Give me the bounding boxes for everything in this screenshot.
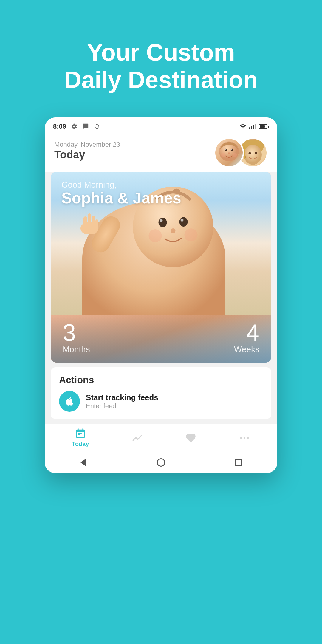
recents-button[interactable] — [233, 456, 244, 468]
svg-point-27 — [244, 437, 245, 439]
actions-card: Actions Start tracking feeds Enter feed — [51, 367, 271, 419]
phone-mockup: 8:09 — [45, 117, 277, 473]
action-icon-feeds — [59, 391, 80, 412]
stat-weeks: 4 Weeks — [234, 321, 259, 354]
svg-point-7 — [221, 153, 225, 157]
hero-title-line1: Your Custom — [87, 39, 235, 66]
greeting-name: Sophia & James — [61, 190, 181, 207]
wifi-icon — [240, 123, 246, 130]
svg-rect-23 — [83, 216, 87, 230]
hero-card: Good Morning, Sophia & James — [51, 172, 271, 363]
status-right-icons — [240, 123, 269, 130]
stat-months-label: Months — [63, 345, 90, 354]
svg-point-17 — [160, 219, 163, 222]
stats-row: 3 Months 4 Weeks — [51, 315, 271, 363]
svg-point-2 — [225, 149, 227, 151]
svg-point-8 — [233, 153, 237, 157]
svg-point-11 — [244, 145, 262, 165]
heart-icon — [185, 432, 196, 444]
svg-point-20 — [149, 229, 162, 242]
today-label: Today — [54, 148, 120, 161]
svg-point-19 — [171, 228, 176, 233]
trending-icon — [131, 432, 143, 444]
status-time: 8:09 — [53, 123, 66, 130]
svg-point-6 — [228, 152, 230, 154]
bottom-nav: Today — [45, 424, 277, 452]
hero-title-line2: Daily Destination — [64, 66, 258, 93]
baby-avatar[interactable] — [214, 138, 244, 168]
actions-title: Actions — [59, 374, 263, 386]
stat-weeks-number: 4 — [234, 321, 259, 345]
greeting-overlay: Good Morning, Sophia & James — [61, 180, 181, 207]
avatar-group — [214, 138, 268, 168]
gear-icon — [71, 123, 78, 130]
apple-icon — [64, 396, 75, 407]
stat-months-number: 3 — [63, 321, 90, 345]
message-icon — [82, 123, 89, 130]
app-header: Monday, November 23 Today — [45, 135, 277, 172]
svg-point-18 — [181, 219, 184, 222]
baby-hand — [78, 208, 101, 236]
hero-title-section: Your Custom Daily Destination — [34, 0, 287, 117]
greeting-small: Good Morning, — [61, 180, 181, 190]
svg-rect-26 — [95, 219, 98, 231]
action-item-feeds[interactable]: Start tracking feeds Enter feed — [59, 391, 263, 412]
svg-point-15 — [159, 218, 167, 227]
home-circle-icon — [157, 458, 165, 467]
nav-heart[interactable] — [185, 432, 196, 444]
svg-point-28 — [247, 437, 249, 439]
svg-point-13 — [255, 152, 257, 154]
signal-icon — [249, 124, 256, 129]
recents-square-icon — [235, 459, 242, 466]
battery-icon — [259, 124, 269, 129]
svg-point-12 — [248, 152, 251, 154]
hero-card-background: Good Morning, Sophia & James — [51, 172, 271, 363]
date-text: Monday, November 23 — [54, 141, 120, 148]
stat-weeks-label: Weeks — [234, 345, 259, 354]
action-main-text: Start tracking feeds — [86, 393, 158, 402]
stat-months: 3 Months — [63, 321, 90, 354]
home-button[interactable] — [155, 456, 167, 468]
nav-more[interactable] — [239, 432, 250, 444]
action-sub-text: Enter feed — [86, 402, 158, 410]
status-time-group: 8:09 — [53, 123, 100, 130]
svg-point-16 — [179, 217, 188, 227]
hero-title: Your Custom Daily Destination — [52, 39, 270, 94]
status-bar: 8:09 — [45, 117, 277, 135]
baby-hand-svg — [78, 208, 101, 234]
svg-rect-25 — [92, 216, 95, 230]
date-section: Monday, November 23 Today — [54, 141, 120, 161]
svg-point-3 — [231, 149, 233, 151]
nav-today[interactable]: Today — [72, 428, 89, 448]
system-nav-bar — [45, 452, 277, 473]
sync-icon — [94, 123, 100, 130]
svg-rect-24 — [88, 213, 91, 230]
back-arrow-icon — [80, 458, 86, 467]
baby-face-icon — [216, 140, 242, 166]
nav-trending[interactable] — [131, 432, 143, 444]
calendar-today-icon — [75, 428, 86, 439]
svg-point-4 — [225, 149, 226, 150]
more-icon — [239, 432, 250, 444]
svg-point-29 — [240, 437, 242, 439]
back-button[interactable] — [78, 456, 89, 468]
svg-point-5 — [231, 149, 232, 150]
svg-point-21 — [185, 228, 198, 242]
action-text-feeds: Start tracking feeds Enter feed — [86, 393, 158, 410]
nav-today-label: Today — [72, 441, 89, 448]
